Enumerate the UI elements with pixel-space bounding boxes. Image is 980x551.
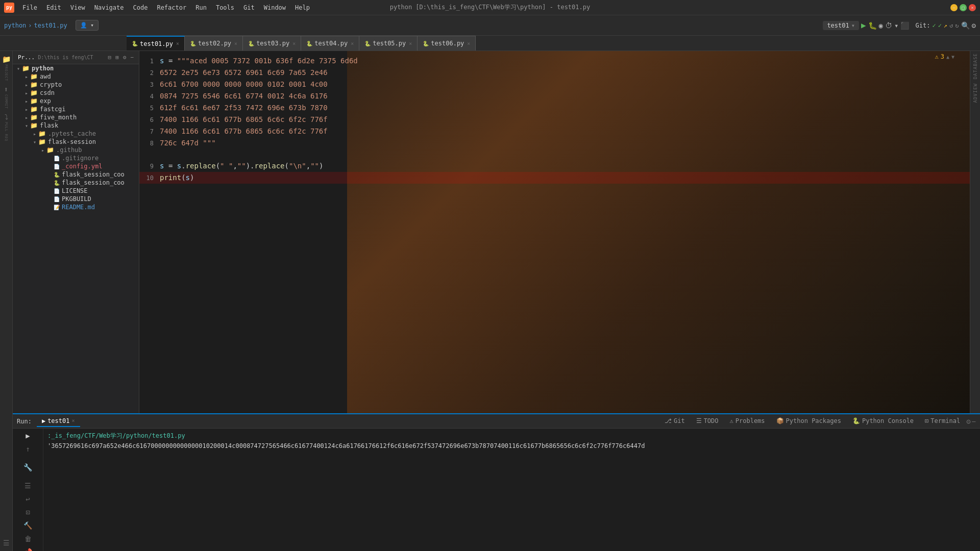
menu-file[interactable]: File (18, 3, 41, 12)
line-content-4[interactable]: 0874 7275 6546 6c61 6774 0012 4c6a 6176 (160, 90, 970, 102)
tab-test06[interactable]: 🐍 test06.py × (418, 36, 476, 51)
profiler-button[interactable]: ⏱ (885, 21, 892, 30)
tree-file-flask-session-coo-1[interactable]: 🐍 flask_session_coo (13, 170, 139, 179)
bottom-tab-run[interactable]: ▶ test01 × (37, 416, 80, 427)
line-content-2[interactable]: 6572 2e75 6e73 6572 6961 6c69 7a65 2e46 (160, 67, 970, 78)
line-content-8[interactable]: 726c 647d """ (160, 137, 970, 148)
play-tool-icon[interactable]: ▶ (24, 431, 31, 441)
sidebar-item-pull-requests[interactable]: ⤵ Pull Req (4, 113, 8, 141)
line-content-9[interactable]: s = s.replace(" ","").replace("\n","") (160, 160, 970, 171)
tab-test02[interactable]: 🐍 test02.py × (185, 36, 243, 51)
tree-folder-flask[interactable]: ▾ 📁 flask (13, 121, 139, 130)
code-editor[interactable]: ⚠ 3 ▲ ▼ 1 s = """aced 0005 7372 001b 636… (139, 51, 970, 413)
tab-test01[interactable]: 🐍 test01.py × (127, 36, 185, 51)
menu-edit[interactable]: Edit (42, 3, 65, 12)
menu-code[interactable]: Code (129, 3, 152, 12)
pin-tool-icon[interactable]: 📌 (22, 547, 33, 551)
tree-folder-awd[interactable]: ▸ 📁 awd (13, 72, 139, 81)
tree-folder-five-month[interactable]: ▸ 📁 five_month (13, 113, 139, 121)
wrap-tool-icon[interactable]: ↩ (24, 494, 31, 504)
sidebar-item-project[interactable]: 📁 Project (2, 55, 11, 81)
sort-icon[interactable]: ⊞ (114, 53, 120, 62)
warning-indicator[interactable]: ⚠ 3 ▲ ▼ (935, 53, 954, 60)
menu-tools[interactable]: Tools (212, 3, 238, 12)
settings-icon[interactable]: ⚙ (972, 21, 976, 30)
scroll-up-icon[interactable]: ↑ (24, 444, 31, 454)
build-tool-icon[interactable]: 🔨 (22, 520, 33, 531)
line-content-empty[interactable] (160, 149, 970, 160)
tree-folder-csdn[interactable]: ▸ 📁 csdn (13, 89, 139, 97)
wrench-tool-icon[interactable]: 🔧 (22, 462, 33, 472)
menu-refactor[interactable]: Refactor (153, 3, 190, 12)
warning-up-arrow[interactable]: ▲ (946, 54, 949, 60)
menu-window[interactable]: Window (260, 3, 290, 12)
tab-test03[interactable]: 🐍 test03.py × (243, 36, 301, 51)
line-content-10[interactable]: print(s) (160, 172, 970, 183)
menu-run[interactable]: Run (191, 3, 211, 12)
tab-test05-close[interactable]: × (409, 41, 412, 46)
bottom-tab-terminal[interactable]: ⊡ Terminal (920, 416, 965, 427)
tree-root-python[interactable]: ▾ 📁 python (13, 64, 139, 72)
tree-folder-pytest-cache[interactable]: ▸ 📁 .pytest_cache (13, 130, 139, 138)
line-content-1[interactable]: s = """aced 0005 7372 001b 636f 6d2e 737… (160, 55, 970, 66)
tab-test05[interactable]: 🐍 test05.py × (359, 36, 418, 51)
bottom-gear-icon[interactable]: ⚙ (966, 417, 970, 425)
git-redo-icon[interactable]: ↻ (955, 22, 959, 29)
warning-down-arrow[interactable]: ▼ (951, 54, 954, 60)
menu-navigate[interactable]: Navigate (90, 3, 128, 12)
search-icon[interactable]: 🔍 (961, 21, 970, 30)
project-header-title[interactable]: Pr... (17, 53, 36, 62)
code-content[interactable]: 1 s = """aced 0005 7372 001b 636f 6d2e 7… (139, 51, 970, 188)
profile-button[interactable]: 👤 ▾ (76, 20, 99, 31)
tab-test04[interactable]: 🐍 test04.py × (301, 36, 359, 51)
tree-file-pkgbuild[interactable]: 📄 PKGBUILD (13, 195, 139, 203)
tree-folder-github[interactable]: ▸ 📁 .github (13, 146, 139, 154)
list-tool-icon[interactable]: ☰ (23, 481, 32, 491)
minimize-button[interactable]: − (950, 4, 958, 11)
git-check-icon[interactable]: ✓ (932, 22, 936, 29)
tab-test01-close[interactable]: × (176, 41, 179, 46)
git-push-icon[interactable]: ↗ (944, 22, 947, 29)
terminal-tool-icon[interactable]: ⊡ (24, 507, 31, 517)
bottom-tab-python-console[interactable]: 🐍 Python Console (847, 416, 919, 427)
line-content-5[interactable]: 612f 6c61 6e67 2f53 7472 696e 673b 7870 (160, 102, 970, 113)
tree-file-readme[interactable]: 📝 README.md (13, 203, 139, 211)
tree-folder-flask-session[interactable]: ▾ 📁 flask-session (13, 138, 139, 146)
stop-button[interactable]: ⬛ (900, 21, 909, 30)
tree-file-config-yml[interactable]: 📄 _config.yml (13, 162, 139, 170)
bottom-tab-python-packages[interactable]: 📦 Python Packages (771, 416, 846, 427)
git-undo-icon[interactable]: ↺ (949, 22, 953, 29)
git-check2-icon[interactable]: ✓ (938, 22, 942, 29)
trash-tool-icon[interactable]: 🗑 (23, 534, 33, 544)
sidebar-item-commit[interactable]: ⬆ Commit (4, 85, 8, 109)
tree-file-license[interactable]: 📄 LICENSE (13, 187, 139, 195)
tab-test02-close[interactable]: × (234, 41, 237, 46)
menu-git[interactable]: Git (239, 3, 259, 12)
bottom-tab-problems[interactable]: ⚠ Problems (725, 416, 770, 427)
tree-folder-fastcgi[interactable]: ▸ 📁 fastcgi (13, 105, 139, 113)
line-content-6[interactable]: 7400 1166 6c61 677b 6865 6c6c 6f2c 776f (160, 114, 970, 125)
adview-label[interactable]: ADView (973, 83, 978, 103)
sidebar-item-structure[interactable]: ☰ (3, 539, 10, 547)
tree-folder-exp[interactable]: ▸ 📁 exp (13, 97, 139, 105)
debug-button[interactable]: 🐛 (868, 21, 877, 30)
tree-file-flask-session-coo-2[interactable]: 🐍 flask_session_coo (13, 179, 139, 187)
bottom-tab-todo[interactable]: ☰ TODO (691, 416, 724, 427)
breadcrumb-project[interactable]: python (4, 22, 26, 29)
run-tab-close[interactable]: × (72, 418, 75, 423)
database-label[interactable]: Database (973, 53, 978, 79)
coverage-button[interactable]: ◉ (879, 21, 883, 30)
breadcrumb-file[interactable]: test01.py (34, 22, 67, 29)
menu-help[interactable]: Help (291, 3, 314, 12)
settings-project-icon[interactable]: ⚙ (122, 53, 128, 62)
close-button[interactable]: × (969, 4, 976, 11)
tree-file-gitignore[interactable]: 📄 .gitignore (13, 154, 139, 162)
line-content-7[interactable]: 7400 1166 6c61 677b 6865 6c6c 6f2c 776f (160, 126, 970, 137)
bottom-minimize-icon[interactable]: − (972, 417, 976, 425)
maximize-button[interactable]: □ (960, 4, 967, 11)
tab-test03-close[interactable]: × (292, 41, 296, 46)
line-content-3[interactable]: 6c61 6700 0000 0000 0000 0102 0001 4c00 (160, 79, 970, 90)
tab-test04-close[interactable]: × (351, 41, 354, 46)
more-run-button[interactable]: ▾ (894, 21, 898, 30)
close-panel-icon[interactable]: − (129, 53, 135, 62)
